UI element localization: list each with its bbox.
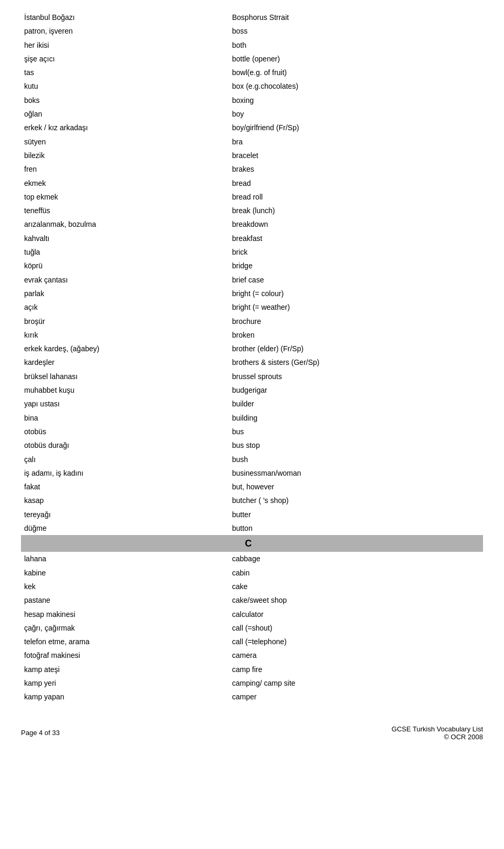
turkish-word: bina <box>21 411 229 425</box>
table-row: kamp ateşi camp fire <box>21 663 483 676</box>
turkish-word: fotoğraf makinesi <box>21 648 229 662</box>
english-word: box (e.g.chocolates) <box>229 79 483 93</box>
table-row: tereyağı butter <box>21 508 483 521</box>
english-word: budgerigar <box>229 383 483 397</box>
table-row: açık bright (= weather) <box>21 300 483 314</box>
turkish-word: kamp yapan <box>21 690 229 704</box>
english-word: businessman/woman <box>229 466 483 480</box>
turkish-word: tereyağı <box>21 508 229 521</box>
table-row: boks boxing <box>21 93 483 107</box>
table-row: sütyen bra <box>21 135 483 149</box>
turkish-word: çalı <box>21 453 229 466</box>
english-word: camp fire <box>229 663 483 676</box>
table-row: iş adamı, iş kadını businessman/woman <box>21 466 483 480</box>
main-content: İstanbul Boğazı Bosphorus Strrait patron… <box>21 11 483 741</box>
english-word: brakes <box>229 162 483 176</box>
english-word: brief case <box>229 273 483 287</box>
table-row: bilezik bracelet <box>21 149 483 162</box>
table-row: çağrı, çağırmak call (=shout) <box>21 621 483 635</box>
table-row: oğlan boy <box>21 107 483 121</box>
turkish-word: teneffüs <box>21 204 229 217</box>
english-word: bright (= weather) <box>229 300 483 314</box>
turkish-word: otobüs <box>21 425 229 438</box>
page-number: Page 4 of 33 <box>21 729 60 737</box>
english-word: breakfast <box>229 232 483 245</box>
table-row: kamp yapan camper <box>21 690 483 704</box>
turkish-word: muhabbet kuşu <box>21 383 229 397</box>
table-row: kek cake <box>21 580 483 593</box>
english-word: call (=telephone) <box>229 635 483 648</box>
table-row: çalı bush <box>21 453 483 466</box>
table-row: tuğla brick <box>21 245 483 259</box>
english-word: boxing <box>229 93 483 107</box>
english-word: camper <box>229 690 483 704</box>
turkish-word: tas <box>21 66 229 79</box>
english-word: butter <box>229 508 483 521</box>
table-row: evrak çantası brief case <box>21 273 483 287</box>
table-row: her ikisi both <box>21 38 483 52</box>
c-section-table: C lahana cabbage kabine cabin kek cake p… <box>21 535 483 704</box>
turkish-word: oğlan <box>21 107 229 121</box>
turkish-word: lahana <box>21 552 229 565</box>
english-word: cake/sweet shop <box>229 593 483 607</box>
table-row: erkek kardeş, (ağabey) brother (elder) (… <box>21 342 483 355</box>
turkish-word: brüksel lahanası <box>21 370 229 383</box>
turkish-word: hesap makinesi <box>21 607 229 621</box>
turkish-word: telefon etme, arama <box>21 635 229 648</box>
turkish-word: evrak çantası <box>21 273 229 287</box>
turkish-word: kutu <box>21 79 229 93</box>
table-row: parlak bright (= colour) <box>21 287 483 300</box>
english-word: brothers & sisters (Ger/Sp) <box>229 355 483 369</box>
english-word: bottle (opener) <box>229 52 483 66</box>
turkish-word: kahvaltı <box>21 232 229 245</box>
english-word: butcher ( 's shop) <box>229 494 483 507</box>
english-word: brick <box>229 245 483 259</box>
english-word: breakdown <box>229 217 483 231</box>
english-word: brussel sprouts <box>229 370 483 383</box>
table-row: broşür brochure <box>21 315 483 328</box>
english-word: cake <box>229 580 483 593</box>
table-row: teneffüs break (lunch) <box>21 204 483 217</box>
english-word: building <box>229 411 483 425</box>
table-row: patron, işveren boss <box>21 24 483 38</box>
turkish-word: iş adamı, iş kadını <box>21 466 229 480</box>
english-word: cabbage <box>229 552 483 565</box>
table-row: kutu box (e.g.chocolates) <box>21 79 483 93</box>
english-word: builder <box>229 397 483 411</box>
english-word: call (=shout) <box>229 621 483 635</box>
english-word: both <box>229 38 483 52</box>
table-row: erkek / kız arkadaşı boy/girlfriend (Fr/… <box>21 121 483 134</box>
english-word: broken <box>229 328 483 342</box>
english-word: camera <box>229 648 483 662</box>
table-row: kamp yeri camping/ camp site <box>21 676 483 690</box>
turkish-word: tuğla <box>21 245 229 259</box>
english-word: bread roll <box>229 190 483 204</box>
turkish-word: top ekmek <box>21 190 229 204</box>
turkish-word: ekmek <box>21 176 229 190</box>
turkish-word: her ikisi <box>21 38 229 52</box>
table-row: otobüs bus <box>21 425 483 438</box>
english-word: brother (elder) (Fr/Sp) <box>229 342 483 355</box>
document-title: GCSE Turkish Vocabulary List <box>392 725 483 733</box>
table-row: ekmek bread <box>21 176 483 190</box>
turkish-word: broşür <box>21 315 229 328</box>
english-word: boy/girlfriend (Fr/Sp) <box>229 121 483 134</box>
english-word: bra <box>229 135 483 149</box>
english-word: boy <box>229 107 483 121</box>
turkish-word: fakat <box>21 480 229 494</box>
table-row: kasap butcher ( 's shop) <box>21 494 483 507</box>
table-row: bina building <box>21 411 483 425</box>
english-word: brochure <box>229 315 483 328</box>
table-row: şişe açıcı bottle (opener) <box>21 52 483 66</box>
table-row: muhabbet kuşu budgerigar <box>21 383 483 397</box>
turkish-word: patron, işveren <box>21 24 229 38</box>
table-row: fotoğraf makinesi camera <box>21 648 483 662</box>
english-word: bread <box>229 176 483 190</box>
turkish-word: erkek kardeş, (ağabey) <box>21 342 229 355</box>
english-word: button <box>229 521 483 535</box>
table-row: tas bowl(e.g. of fruit) <box>21 66 483 79</box>
table-row: arızalanmak, bozulma breakdown <box>21 217 483 231</box>
english-word: bus stop <box>229 438 483 452</box>
table-row: top ekmek bread roll <box>21 190 483 204</box>
table-row: fren brakes <box>21 162 483 176</box>
